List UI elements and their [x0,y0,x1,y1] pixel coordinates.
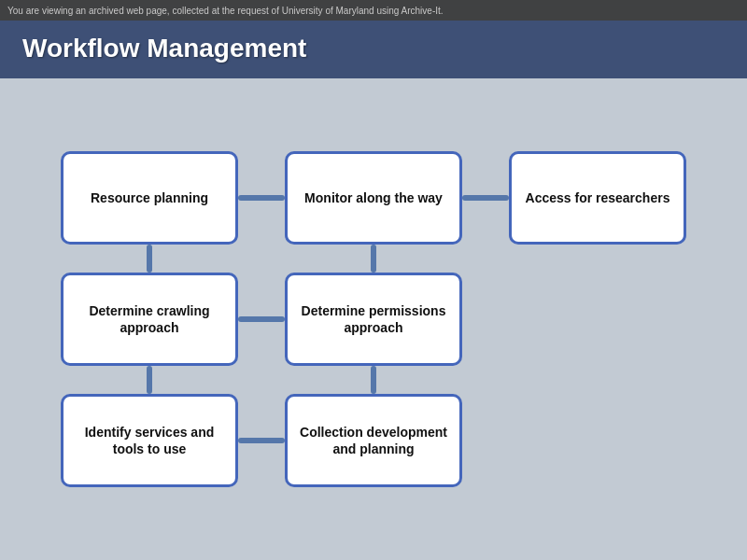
connector-line-v-2 [371,245,376,273]
archive-notice-bar: You are viewing an archived web page, co… [0,0,747,21]
page-title: Workflow Management [22,34,725,63]
connector-h-4 [238,394,285,487]
empty-7 [462,366,509,394]
connector-line-v-4 [371,366,376,394]
workflow-grid: Resource planning Monitor along the way … [61,151,686,487]
connector-v-1 [61,245,238,273]
determine-crawling-box: Determine crawling approach [61,273,238,366]
connector-line-h-2 [462,195,509,201]
empty-4 [462,273,509,366]
determine-permissions-box: Determine permissions approach [285,273,462,366]
connector-v-4 [285,366,462,394]
resource-planning-box: Resource planning [61,151,238,245]
empty-1 [238,245,285,273]
content-area: Resource planning Monitor along the way … [0,78,747,560]
main-panel: Workflow Management Resource planning Mo… [0,21,747,560]
empty-5 [509,273,686,366]
empty-10 [509,394,686,487]
connector-line-v-1 [147,245,152,273]
connector-line-v-3 [147,366,152,394]
connector-h-2 [462,151,509,245]
identify-services-box: Identify services and tools to use [61,394,238,487]
connector-h-1 [238,151,285,245]
connector-line-h-4 [238,438,285,443]
empty-8 [509,366,686,394]
monitor-along-box: Monitor along the way [285,151,462,245]
access-researchers-box: Access for researchers [509,151,686,245]
empty-3 [509,245,686,273]
connector-h-3 [238,273,285,366]
connector-line-h-1 [238,195,285,201]
connector-line-h-3 [238,316,285,322]
connector-v-3 [61,366,238,394]
title-bar: Workflow Management [0,21,747,78]
empty-6 [238,366,285,394]
empty-9 [462,394,509,487]
archive-notice-text: You are viewing an archived web page, co… [7,6,444,16]
empty-2 [462,245,509,273]
collection-development-box: Collection development and planning [285,394,462,487]
connector-v-2 [285,245,462,273]
